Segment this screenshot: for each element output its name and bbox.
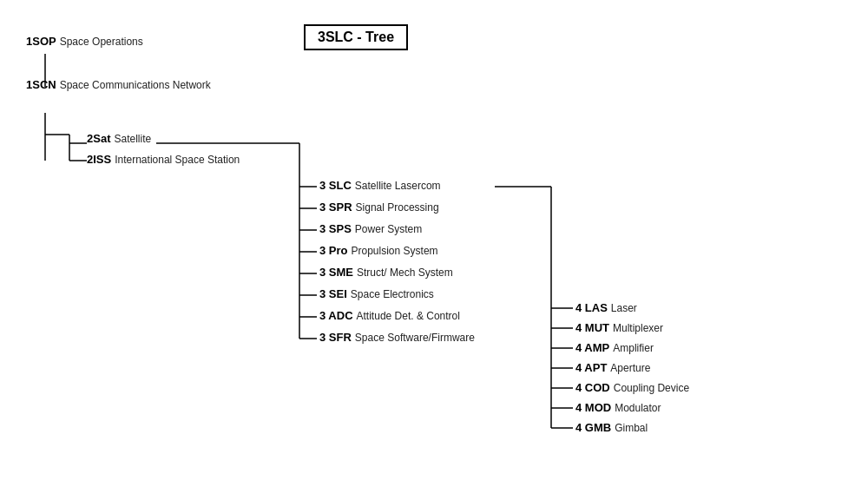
label-3SPR: Signal Processing (356, 201, 439, 214)
label-1SCN: Space Communications Network (60, 79, 211, 91)
label-3SFR: Space Software/Firmware (355, 332, 475, 344)
code-2Sat: 2Sat (87, 132, 110, 145)
node-1SOP: 1SOP Space Operations (26, 35, 143, 48)
node-2ISS: 2ISS International Space Station (87, 153, 240, 166)
label-3SPS: Power System (355, 223, 422, 235)
label-3SLC: Satellite Lasercom (355, 180, 441, 192)
node-3SME: 3 SME Struct/ Mech System (319, 266, 453, 279)
node-4COD: 4 COD Coupling Device (575, 381, 689, 394)
label-4MOD: Modulator (615, 402, 661, 414)
node-4MOD: 4 MOD Modulator (575, 401, 661, 414)
label-4MUT: Multiplexer (613, 322, 663, 334)
label-3SEI: Space Electronics (351, 288, 434, 300)
diagram-canvas: 3SLC - Tree 1S (0, 0, 868, 487)
node-3SPS: 3 SPS Power System (319, 222, 422, 235)
label-4AMP: Amplifier (613, 342, 654, 354)
node-4GMB: 4 GMB Gimbal (575, 421, 648, 434)
node-4AMP: 4 AMP Amplifier (575, 341, 654, 354)
code-4MUT: 4 MUT (575, 321, 609, 334)
label-4LAS: Laser (611, 302, 637, 314)
label-3ADC: Attitude Det. & Control (357, 310, 460, 322)
code-3SPR: 3 SPR (319, 201, 352, 214)
node-3ADC: 3 ADC Attitude Det. & Control (319, 309, 460, 322)
node-3SLC: 3 SLC Satellite Lasercom (319, 179, 441, 192)
label-2ISS: International Space Station (115, 154, 240, 166)
code-4AMP: 4 AMP (575, 341, 609, 354)
code-2ISS: 2ISS (87, 153, 111, 166)
node-4LAS: 4 LAS Laser (575, 301, 637, 314)
label-3SME: Struct/ Mech System (357, 267, 453, 279)
code-3Pro: 3 Pro (319, 244, 348, 257)
label-4GMB: Gimbal (615, 422, 648, 434)
code-4LAS: 4 LAS (575, 301, 608, 314)
label-1SOP: Space Operations (60, 36, 143, 48)
diagram-title: 3SLC - Tree (304, 24, 408, 50)
node-2Sat: 2Sat Satellite (87, 132, 151, 145)
code-3SPS: 3 SPS (319, 222, 352, 235)
code-3SLC: 3 SLC (319, 179, 352, 192)
code-4MOD: 4 MOD (575, 401, 611, 414)
node-3SFR: 3 SFR Space Software/Firmware (319, 331, 475, 344)
code-4COD: 4 COD (575, 381, 610, 394)
code-1SOP: 1SOP (26, 35, 56, 48)
node-1SCN: 1SCN Space Communications Network (26, 78, 211, 91)
node-3SPR: 3 SPR Signal Processing (319, 201, 439, 214)
label-3Pro: Propulsion System (352, 245, 438, 257)
node-4MUT: 4 MUT Multiplexer (575, 321, 663, 334)
code-1SCN: 1SCN (26, 78, 56, 91)
code-3SFR: 3 SFR (319, 331, 352, 344)
label-2Sat: Satellite (114, 133, 151, 145)
code-4APT: 4 APT (575, 361, 607, 374)
code-3SEI: 3 SEI (319, 287, 347, 300)
node-3Pro: 3 Pro Propulsion System (319, 244, 438, 257)
node-3SEI: 3 SEI Space Electronics (319, 287, 434, 300)
code-3SME: 3 SME (319, 266, 353, 279)
node-4APT: 4 APT Aperture (575, 361, 650, 374)
code-3ADC: 3 ADC (319, 309, 353, 322)
title-text: 3SLC - Tree (318, 30, 394, 44)
code-4GMB: 4 GMB (575, 421, 611, 434)
label-4APT: Aperture (610, 362, 650, 374)
label-4COD: Coupling Device (614, 382, 689, 394)
